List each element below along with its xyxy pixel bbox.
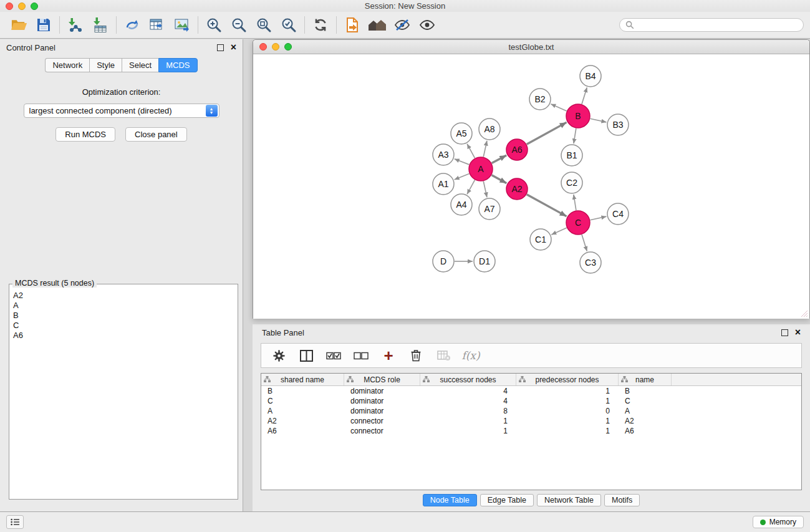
- edge-A-A4[interactable]: [467, 180, 475, 195]
- zoom-window-button[interactable]: [31, 2, 38, 10]
- float-table-panel-button[interactable]: [781, 329, 788, 336]
- node-B[interactable]: B: [566, 104, 590, 128]
- column-header-name[interactable]: name: [619, 374, 672, 385]
- node-A1[interactable]: A1: [433, 173, 454, 195]
- import-network-button[interactable]: [63, 14, 88, 36]
- node-A8[interactable]: A8: [479, 118, 500, 140]
- node-D1[interactable]: D1: [474, 251, 495, 272]
- edge-A-A7[interactable]: [483, 181, 487, 198]
- network-overview-button[interactable]: [365, 14, 390, 36]
- node-A4[interactable]: A4: [451, 194, 472, 215]
- node-A3[interactable]: A3: [433, 144, 454, 165]
- node-B4[interactable]: B4: [580, 65, 601, 87]
- node-A5[interactable]: A5: [451, 123, 472, 144]
- tab-edge-table[interactable]: Edge Table: [480, 494, 534, 506]
- tab-motifs[interactable]: Motifs: [604, 494, 640, 506]
- minimize-network-window-button[interactable]: [272, 43, 279, 51]
- network-window-titlebar[interactable]: testGlobe.txt: [253, 40, 809, 54]
- function-builder-button[interactable]: f(x): [457, 344, 485, 367]
- node-C4[interactable]: C4: [607, 203, 629, 225]
- tab-node-table[interactable]: Node Table: [423, 494, 477, 506]
- tab-network[interactable]: Network: [45, 58, 89, 72]
- zoom-network-window-button[interactable]: [284, 43, 292, 51]
- zoom-out-button[interactable]: [226, 14, 251, 36]
- edge-A-A5[interactable]: [467, 144, 475, 158]
- table-settings-button[interactable]: [265, 344, 292, 367]
- node-C3[interactable]: C3: [580, 252, 601, 273]
- search-field[interactable]: [619, 18, 804, 32]
- column-header-predecessor-nodes[interactable]: predecessor nodes: [516, 374, 619, 385]
- edge-A6-B[interactable]: [527, 122, 567, 144]
- export-image-button[interactable]: [170, 14, 195, 36]
- mcds-result-item[interactable]: A2: [13, 291, 234, 301]
- edge-A-A6[interactable]: [492, 155, 507, 163]
- table-row-b[interactable]: Bdominator41B: [261, 386, 801, 396]
- edge-B-B1[interactable]: [574, 128, 576, 143]
- tab-style[interactable]: Style: [89, 58, 122, 72]
- optimization-criterion-select[interactable]: largest connected component (directed) ▲…: [24, 104, 219, 118]
- close-window-button[interactable]: [6, 2, 13, 10]
- node-A6[interactable]: A6: [506, 139, 528, 160]
- close-network-window-button[interactable]: [259, 43, 267, 51]
- node-C2[interactable]: C2: [561, 172, 582, 193]
- node-C1[interactable]: C1: [530, 229, 551, 250]
- tab-mcds[interactable]: MCDS: [158, 58, 197, 72]
- edge-C-C4[interactable]: [591, 216, 607, 220]
- export-table-button[interactable]: [145, 14, 170, 36]
- export-network-button[interactable]: [120, 14, 145, 36]
- float-panel-button[interactable]: [217, 44, 224, 51]
- node-A7[interactable]: A7: [479, 198, 500, 220]
- node-A[interactable]: A: [469, 157, 493, 181]
- node-C[interactable]: C: [566, 211, 590, 235]
- tab-select[interactable]: Select: [122, 58, 158, 72]
- deselect-all-rows-button[interactable]: [347, 344, 375, 367]
- edge-C-C3[interactable]: [582, 235, 587, 251]
- table-row-a2[interactable]: A2connector11A2: [261, 416, 801, 426]
- mcds-result-item[interactable]: C: [13, 321, 234, 331]
- select-all-rows-button[interactable]: [320, 344, 347, 367]
- edge-B-B4[interactable]: [582, 87, 587, 104]
- edge-B-B2[interactable]: [551, 104, 566, 111]
- refresh-network-button[interactable]: [308, 14, 333, 36]
- show-panel-list-button[interactable]: [6, 515, 24, 529]
- table-row-c[interactable]: Cdominator41C: [261, 396, 801, 406]
- edge-C-C1[interactable]: [551, 228, 566, 235]
- delete-table-button[interactable]: [430, 344, 457, 367]
- node-A2[interactable]: A2: [506, 178, 528, 200]
- toggle-graphics-details-button[interactable]: [390, 14, 415, 36]
- close-mcds-panel-button[interactable]: Close panel: [125, 127, 187, 142]
- show-columns-button[interactable]: [292, 344, 320, 367]
- table-row-a6[interactable]: A6connector11A6: [261, 426, 801, 436]
- network-canvas[interactable]: B4B2BB3A5A8A6B1A3AC2A1A2A4A7C4CC1C3DD1: [253, 54, 809, 319]
- node-B3[interactable]: B3: [607, 114, 629, 135]
- zoom-fit-button[interactable]: [251, 14, 276, 36]
- mcds-result-item[interactable]: A6: [13, 331, 234, 341]
- resize-grip-icon[interactable]: [801, 310, 808, 317]
- tab-network-table[interactable]: Network Table: [537, 494, 601, 506]
- memory-button[interactable]: Memory: [753, 516, 804, 528]
- table-row-a[interactable]: Adominator80A: [261, 406, 801, 416]
- close-table-panel-button[interactable]: ×: [795, 329, 801, 336]
- edge-A-A8[interactable]: [483, 141, 487, 157]
- minimize-window-button[interactable]: [18, 2, 26, 10]
- column-header-successor-nodes[interactable]: successor nodes: [420, 374, 516, 385]
- open-session-button[interactable]: [6, 14, 31, 36]
- edge-C-C2[interactable]: [574, 195, 576, 210]
- close-panel-button[interactable]: ×: [231, 44, 236, 51]
- create-column-button[interactable]: +: [375, 344, 402, 367]
- edge-A-A2[interactable]: [492, 175, 507, 183]
- search-input[interactable]: [637, 20, 798, 31]
- mcds-result-item[interactable]: A: [13, 301, 234, 311]
- run-mcds-button[interactable]: Run MCDS: [55, 127, 115, 142]
- show-graphics-details-button[interactable]: [415, 14, 440, 36]
- zoom-in-button[interactable]: [201, 14, 226, 36]
- mcds-result-item[interactable]: B: [13, 311, 234, 321]
- column-header-mcds-role[interactable]: MCDS role: [344, 374, 420, 385]
- column-header-shared-name[interactable]: shared name: [261, 374, 344, 385]
- node-B1[interactable]: B1: [561, 145, 582, 166]
- edge-A-A3[interactable]: [455, 159, 470, 165]
- edge-A2-C[interactable]: [527, 195, 567, 216]
- edge-B-B3[interactable]: [591, 118, 607, 122]
- import-table-button[interactable]: [88, 14, 113, 36]
- save-session-button[interactable]: [31, 14, 56, 36]
